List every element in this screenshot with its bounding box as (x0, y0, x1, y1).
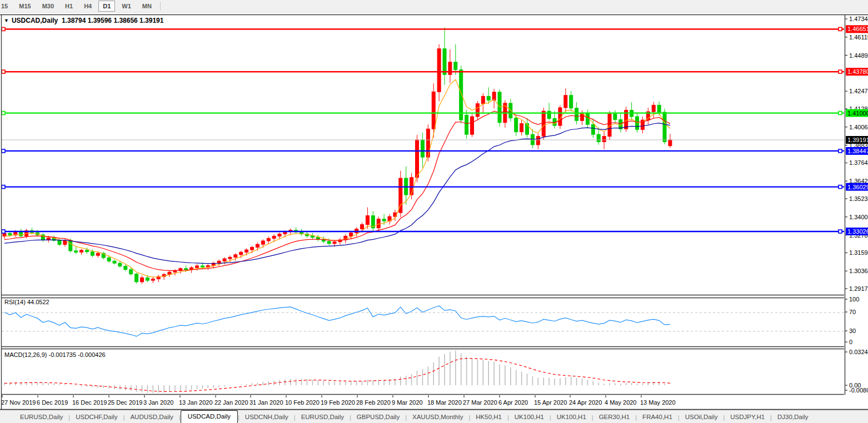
candle (432, 92, 435, 129)
candle (377, 219, 380, 228)
hline-handle[interactable] (2, 27, 5, 31)
hline-handle[interactable] (839, 149, 842, 153)
date-label: 28 Feb 2020 (356, 399, 391, 406)
date-label: 18 Mar 2020 (427, 399, 462, 406)
candle (465, 115, 468, 134)
svg-text:1.42475: 1.42475 (849, 88, 868, 94)
date-label: 13 May 2020 (640, 399, 676, 406)
hline-handle[interactable] (839, 112, 842, 115)
svg-text:1.31590: 1.31590 (849, 249, 868, 256)
timeframe-MN[interactable]: MN (138, 1, 156, 12)
tab-EURUSD-Daily[interactable]: EURUSD,Daily (296, 411, 350, 423)
hline-handle[interactable] (839, 70, 842, 73)
candle (602, 137, 606, 142)
svg-text:1.43780: 1.43780 (847, 68, 868, 75)
date-label: 24 Apr 2020 (569, 399, 602, 406)
candle (91, 251, 94, 255)
symbol-dropdown-icon[interactable]: ▼ (4, 18, 9, 23)
svg-text:1.47340: 1.47340 (849, 16, 868, 22)
tab-USOil-Daily[interactable]: USOil,Daily (680, 411, 724, 423)
date-label: 25 Dec 2019 (108, 399, 142, 406)
timeframe-D1[interactable]: D1 (98, 1, 115, 12)
date-label: 19 Feb 2020 (321, 399, 355, 406)
candle (69, 240, 72, 251)
hline-handle[interactable] (839, 27, 842, 31)
svg-text:1.39191: 1.39191 (847, 137, 868, 143)
hline-handle[interactable] (2, 149, 5, 153)
candle (245, 250, 248, 252)
candle (256, 244, 259, 247)
timeframe-M15[interactable]: M15 (14, 1, 35, 12)
candle (261, 241, 265, 244)
hline-handle[interactable] (2, 70, 5, 73)
tab-USDCNH-Daily[interactable]: USDCNH,Daily (240, 411, 294, 423)
hline-handle[interactable] (839, 185, 842, 189)
macd-indicator-label: MACD(12,26,9) -0.001735 -0.000426 (4, 351, 106, 358)
chart-canvas: 1.473401.461151.448901.424751.412851.400… (0, 0, 868, 411)
tab-GBPUSD-Daily[interactable]: GBPUSD,Daily (351, 411, 405, 423)
candle (421, 140, 424, 157)
tab-USDJPY-H1[interactable]: USDJPY,H1 (725, 411, 770, 423)
candle (107, 258, 111, 261)
hline-handle[interactable] (839, 230, 842, 233)
svg-text:70: 70 (849, 309, 856, 315)
chart-title: ▼USDCAD,Daily 1.38794 1.39596 1.38656 1.… (4, 17, 163, 24)
hline-handle[interactable] (2, 112, 5, 115)
tab-USDCHF-Daily[interactable]: USDCHF,Daily (70, 411, 123, 423)
candle (201, 266, 204, 267)
svg-text:1.38447: 1.38447 (847, 148, 868, 154)
svg-text:1.33026: 1.33026 (847, 228, 868, 235)
tab-EURUSD-Daily[interactable]: EURUSD,Daily (14, 411, 68, 423)
tab-AUDUSD-Daily[interactable]: AUDUSD,Daily (124, 411, 178, 423)
candle (223, 259, 226, 261)
tab-FRA40-H1[interactable]: FRA40,H1 (637, 411, 678, 423)
svg-text:1.36029: 1.36029 (847, 184, 868, 190)
candle (58, 240, 61, 244)
candle (272, 236, 276, 238)
candle (129, 270, 133, 274)
timeframe-15[interactable]: 15 (0, 1, 12, 12)
tab-UK100-H1[interactable]: UK100,H1 (509, 411, 550, 423)
candle (146, 278, 149, 280)
date-label: 27 Mar 2020 (463, 399, 497, 406)
candle (118, 263, 122, 266)
candle (471, 117, 474, 134)
tab-HK50-H1[interactable]: HK50,H1 (470, 411, 507, 423)
candle (80, 250, 83, 252)
candle (234, 255, 237, 258)
candle (443, 49, 446, 75)
svg-text:100: 100 (849, 296, 859, 303)
tab-USDCAD-Daily[interactable]: USDCAD,Daily (181, 410, 238, 423)
candle (311, 236, 314, 238)
timeframe-H1[interactable]: H1 (61, 1, 77, 12)
timeframe-W1[interactable]: W1 (117, 1, 136, 12)
candle (113, 261, 116, 263)
tab-UK100-H1[interactable]: UK100,H1 (551, 411, 592, 423)
candle (575, 108, 578, 120)
tab-DJ30-Daily[interactable]: DJ30,Daily (772, 411, 814, 423)
date-label: 9 Mar 2020 (392, 399, 423, 406)
candle (416, 140, 419, 178)
date-label: 13 Jan 2020 (179, 399, 213, 406)
hline-handle[interactable] (2, 230, 5, 233)
date-label: 31 Jan 2020 (250, 399, 283, 406)
candle (586, 113, 589, 124)
tab-XAUUSD-Monthly[interactable]: XAUUSD,Monthly (407, 411, 468, 423)
tab-GER30-H1[interactable]: GER30,H1 (593, 411, 636, 423)
candle (564, 95, 567, 108)
candle (19, 232, 23, 236)
candle (350, 233, 353, 236)
svg-text:0: 0 (849, 339, 852, 345)
candle (196, 266, 199, 268)
svg-text:1.30365: 1.30365 (849, 268, 868, 274)
timeframe-M30[interactable]: M30 (38, 1, 58, 12)
date-label: 27 Nov 2019 (1, 399, 36, 406)
candle (476, 104, 479, 117)
symbol-tab-bar: EURUSD,Daily|USDCHF,Daily|AUDUSD,Daily|U… (0, 410, 868, 423)
candle (669, 140, 672, 146)
candle (448, 62, 452, 74)
candle (663, 112, 666, 142)
timeframe-H4[interactable]: H4 (79, 1, 96, 12)
candle (437, 49, 441, 92)
hline-handle[interactable] (2, 185, 5, 189)
